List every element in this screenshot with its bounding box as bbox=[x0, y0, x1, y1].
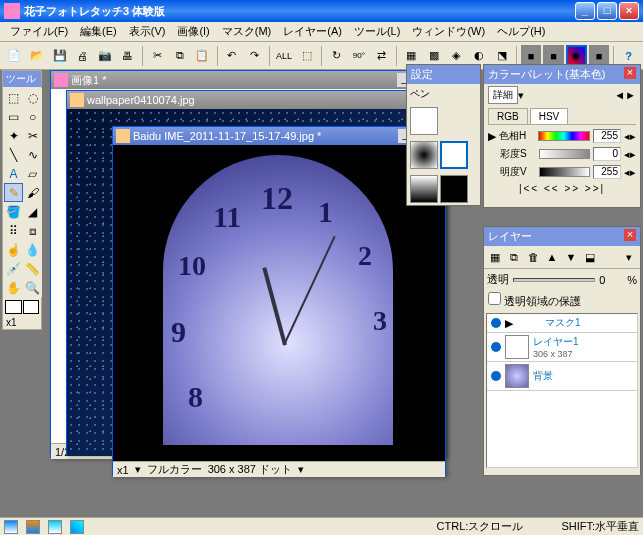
menu-layer[interactable]: レイヤー(A) bbox=[277, 22, 348, 41]
status-swatch-4[interactable] bbox=[70, 520, 84, 534]
rotate90-icon[interactable]: 90° bbox=[349, 45, 370, 67]
pen-swatch-4[interactable] bbox=[410, 175, 438, 203]
expand-icon[interactable]: ▶ bbox=[505, 317, 513, 330]
open-file-icon[interactable]: 📂 bbox=[27, 45, 48, 67]
save-icon[interactable]: 💾 bbox=[49, 45, 70, 67]
protect-checkbox[interactable] bbox=[488, 292, 501, 305]
pen-swatch-2[interactable] bbox=[410, 141, 438, 169]
opacity-slider[interactable] bbox=[513, 278, 595, 282]
layer-menu-icon[interactable]: ▾ bbox=[620, 248, 638, 266]
val-input[interactable]: 255 bbox=[593, 165, 621, 179]
pen-swatch-1[interactable] bbox=[410, 107, 438, 135]
hue-slider[interactable] bbox=[538, 131, 590, 141]
all-icon[interactable]: ALL bbox=[274, 45, 295, 67]
opacity-input[interactable]: 0 bbox=[599, 274, 623, 286]
line-tool[interactable]: ╲ bbox=[4, 145, 23, 164]
sat-input[interactable]: 0 bbox=[593, 147, 621, 161]
crop-tool[interactable]: ✂ bbox=[23, 126, 42, 145]
status-swatch-3[interactable] bbox=[48, 520, 62, 534]
eyedrop-tool[interactable]: 💉 bbox=[4, 259, 23, 278]
maximize-button[interactable]: □ bbox=[597, 2, 617, 20]
copy-icon[interactable]: ⧉ bbox=[169, 45, 190, 67]
rotate-icon[interactable]: ↻ bbox=[326, 45, 347, 67]
paste-icon[interactable]: 📋 bbox=[192, 45, 213, 67]
spinner-icon[interactable]: ◂▸ bbox=[624, 130, 636, 143]
menu-help[interactable]: ヘルプ(H) bbox=[491, 22, 551, 41]
menu-file[interactable]: ファイル(F) bbox=[4, 22, 74, 41]
wand-tool[interactable]: ✦ bbox=[4, 126, 23, 145]
spray-tool[interactable]: ⠿ bbox=[4, 221, 23, 240]
bucket-tool[interactable]: 🪣 bbox=[4, 202, 23, 221]
new-file-icon[interactable]: 📄 bbox=[4, 45, 25, 67]
brush-tool[interactable]: 🖌 bbox=[23, 183, 42, 202]
layer-up-icon[interactable]: ▲ bbox=[543, 248, 561, 266]
erase-tool[interactable]: ▱ bbox=[23, 164, 42, 183]
spinner-icon[interactable]: ◂▸ bbox=[624, 148, 636, 161]
flip-icon[interactable]: ⇄ bbox=[371, 45, 392, 67]
fg-color[interactable] bbox=[5, 300, 22, 314]
text-tool[interactable]: A bbox=[4, 164, 23, 183]
hue-input[interactable]: 255 bbox=[593, 129, 621, 143]
layer-dup-icon[interactable]: ⧉ bbox=[505, 248, 523, 266]
deselect-icon[interactable]: ⬚ bbox=[296, 45, 317, 67]
rect-tool[interactable]: ▭ bbox=[4, 107, 23, 126]
menu-mask[interactable]: マスク(M) bbox=[216, 22, 278, 41]
cut-icon[interactable]: ✂ bbox=[147, 45, 168, 67]
pen-swatch-5[interactable] bbox=[440, 175, 468, 203]
scan-icon[interactable]: 🖨 bbox=[72, 45, 93, 67]
ruler-tool[interactable]: 📏 bbox=[23, 259, 42, 278]
close-button[interactable]: × bbox=[619, 2, 639, 20]
gradient-tool[interactable]: ◢ bbox=[23, 202, 42, 221]
layer-row-mask[interactable]: ▶ マスク1 bbox=[487, 314, 637, 333]
undo-icon[interactable]: ↶ bbox=[222, 45, 243, 67]
redo-icon[interactable]: ↷ bbox=[244, 45, 265, 67]
visibility-icon[interactable] bbox=[491, 371, 501, 381]
visibility-icon[interactable] bbox=[491, 318, 501, 328]
print-icon[interactable]: 🖶 bbox=[117, 45, 138, 67]
menu-view[interactable]: 表示(V) bbox=[123, 22, 172, 41]
minimize-button[interactable]: _ bbox=[575, 2, 595, 20]
status-swatch-1[interactable] bbox=[4, 520, 18, 534]
detail-dropdown[interactable]: 詳細 bbox=[488, 86, 518, 104]
blur-tool[interactable]: 💧 bbox=[23, 240, 42, 259]
layer-down-icon[interactable]: ▼ bbox=[562, 248, 580, 266]
curve-tool[interactable]: ∿ bbox=[23, 145, 42, 164]
spinner-icon[interactable]: ◂▸ bbox=[624, 166, 636, 179]
dropdown-icon[interactable]: ▾ bbox=[518, 89, 524, 102]
lasso-tool[interactable]: ◌ bbox=[23, 88, 42, 107]
menu-image[interactable]: 画像(I) bbox=[171, 22, 215, 41]
layer-del-icon[interactable]: 🗑 bbox=[524, 248, 542, 266]
zoom-tool[interactable]: 🔍 bbox=[23, 278, 42, 297]
layer-row-1[interactable]: レイヤー1 306 x 387 bbox=[487, 333, 637, 362]
layers-title[interactable]: レイヤー × bbox=[484, 227, 640, 246]
ellipse-tool[interactable]: ○ bbox=[23, 107, 42, 126]
val-slider[interactable] bbox=[539, 167, 590, 177]
smudge-tool[interactable]: ☝ bbox=[4, 240, 23, 259]
panel-close-icon[interactable]: × bbox=[624, 229, 636, 241]
menu-window[interactable]: ウィンドウ(W) bbox=[406, 22, 491, 41]
layer-row-bg[interactable]: 背景 bbox=[487, 362, 637, 391]
panel-close-icon[interactable]: × bbox=[624, 67, 636, 79]
pen-swatch-3[interactable] bbox=[440, 141, 468, 169]
arrow-right-icon[interactable]: ► bbox=[625, 89, 636, 101]
status-swatch-2[interactable] bbox=[26, 520, 40, 534]
sat-slider[interactable] bbox=[539, 149, 590, 159]
tab-rgb[interactable]: RGB bbox=[488, 108, 528, 124]
select-tool[interactable]: ⬚ bbox=[4, 88, 23, 107]
palette-nav[interactable]: |<< << >> >>| bbox=[484, 181, 640, 196]
hand-tool[interactable]: ✋ bbox=[4, 278, 23, 297]
doc-canvas-baidu[interactable]: 12 11 10 9 8 1 2 3 bbox=[113, 145, 445, 461]
visibility-icon[interactable] bbox=[491, 342, 501, 352]
tab-hsv[interactable]: HSV bbox=[530, 108, 569, 124]
settings-title[interactable]: 設定 bbox=[407, 65, 480, 84]
doc-title-wallpaper[interactable]: wallpaper0410074.jpg × bbox=[67, 91, 445, 109]
bg-color[interactable] bbox=[23, 300, 40, 314]
doc-title-baidu[interactable]: Baidu IME_2011-11-17_15-17-49.jpg * _ □ … bbox=[113, 127, 445, 145]
palette-title[interactable]: カラーパレット(基本色) × bbox=[484, 65, 640, 84]
menu-edit[interactable]: 編集(E) bbox=[74, 22, 123, 41]
camera-icon[interactable]: 📷 bbox=[95, 45, 116, 67]
dropdown-icon[interactable]: ▾ bbox=[135, 463, 141, 476]
layer-merge-icon[interactable]: ⬓ bbox=[581, 248, 599, 266]
pencil-tool[interactable]: ✎ bbox=[4, 183, 23, 202]
dropdown-icon[interactable]: ▾ bbox=[298, 463, 304, 476]
